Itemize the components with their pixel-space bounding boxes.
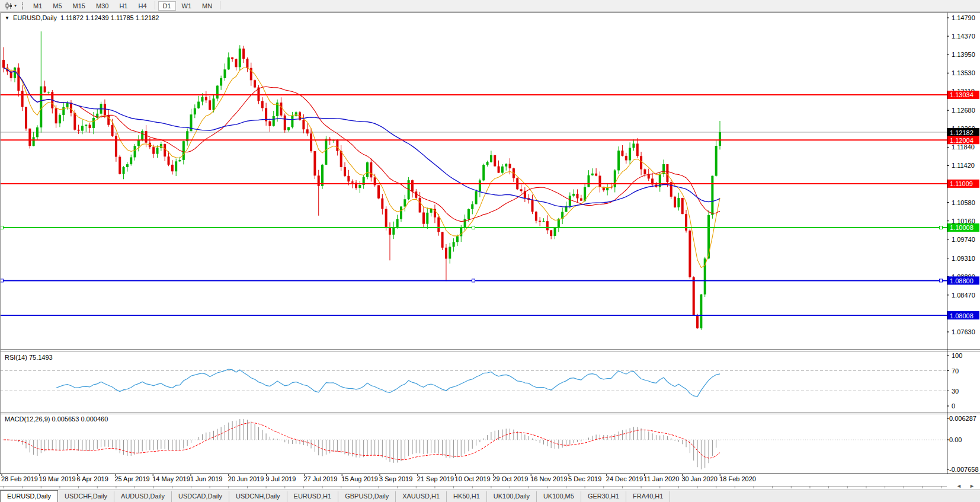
chart-tab-bar: EURUSD,DailyUSDCHF,DailyAUDUSD,DailyUSDC…: [0, 490, 980, 502]
tab-audusd-daily[interactable]: AUDUSD,Daily: [114, 491, 172, 502]
tab-hk50-h1[interactable]: HK50,H1: [447, 491, 487, 502]
date-tick-label: 10 Oct 2019: [455, 475, 491, 482]
price-tick-label: 1.13950: [952, 51, 975, 58]
macd-scale-label: -0.007658: [949, 466, 979, 473]
tab-fra40-h1[interactable]: FRA40,H1: [626, 491, 670, 502]
tab-gbpusd-daily[interactable]: GBPUSD,Daily: [338, 491, 396, 502]
price-tick-label: 1.07630: [952, 328, 975, 335]
date-tick-label: 20 Jun 2019: [228, 475, 264, 482]
price-tick-label: 1.09310: [952, 255, 975, 262]
rsi-indicator-label: RSI(14) 75.1493: [5, 354, 53, 361]
chart-ohlc-values: 1.11872 1.12439 1.11785 1.12182: [60, 14, 159, 21]
tab-uk100-m5[interactable]: UK100,M5: [537, 491, 581, 502]
price-tick-label: 1.08470: [952, 292, 975, 299]
tab-eurusd-h1[interactable]: EURUSD,H1: [287, 491, 339, 502]
price-tick-label: 1.11840: [952, 143, 975, 151]
macd-scale-label: 0.006287: [949, 415, 976, 422]
date-axis: 28 Feb 201919 Mar 20196 Apr 201925 Apr 2…: [0, 474, 947, 488]
line-handle[interactable]: [472, 279, 475, 282]
tab-usdchf-daily[interactable]: USDCHF,Daily: [58, 491, 114, 502]
date-tick-label: 9 Jul 2019: [266, 475, 296, 482]
price-badge-label: 1.12004: [950, 137, 973, 144]
price-tick-label: 1.09740: [952, 236, 975, 243]
price-tick-label: 1.14370: [952, 33, 975, 40]
price-tick-label: 1.10160: [952, 218, 975, 225]
price-tick-label: 1.12680: [952, 107, 975, 114]
price-badge-label: 1.12182: [950, 129, 973, 136]
date-tick-label: 18 Feb 2020: [719, 475, 756, 482]
tab-usdcnh-daily[interactable]: USDCNH,Daily: [229, 491, 287, 502]
date-tick-label: 27 Jul 2019: [303, 475, 337, 482]
ma-line-ma_fast: [4, 68, 720, 267]
ma-line-ma_mid: [4, 68, 720, 221]
price-tick-label: 1.11420: [952, 162, 975, 169]
line-handle[interactable]: [472, 226, 475, 229]
date-tick-label: 21 Sep 2019: [417, 475, 454, 482]
price-badge-label: 1.08008: [950, 312, 973, 319]
moving-averages: [4, 68, 720, 267]
date-tick-label: 15 Aug 2019: [341, 475, 378, 482]
macd-histogram: [4, 419, 720, 469]
scroll-left-arrow[interactable]: ◄: [956, 483, 962, 489]
date-tick-label: 6 Apr 2019: [77, 475, 108, 482]
line-handle[interactable]: [1, 279, 4, 282]
date-tick-label: 11 Jan 2020: [644, 475, 680, 482]
line-handle[interactable]: [1, 226, 4, 229]
line-handle[interactable]: [940, 279, 943, 282]
date-tick-label: 5 Dec 2019: [568, 475, 601, 482]
price-axis: 1.147901.143701.139501.135301.131101.126…: [947, 14, 979, 473]
date-tick-label: 29 Oct 2019: [492, 475, 528, 482]
price-tick-label: 1.14790: [952, 14, 975, 21]
chart-ohlc-header: ▼ EURUSD,Daily 1.11872 1.12439 1.11785 1…: [5, 14, 159, 21]
rsi-scale-label: 70: [952, 367, 959, 375]
rsi-scale-label: 0: [952, 402, 955, 410]
price-tick-label: 1.13530: [952, 69, 975, 76]
scroll-right-arrow[interactable]: ►: [969, 483, 975, 489]
tab-eurusd-daily[interactable]: EURUSD,Daily: [0, 490, 58, 502]
date-tick-label: 30 Jan 2020: [681, 475, 718, 482]
date-tick-label: 25 Apr 2019: [114, 475, 149, 482]
price-badge-label: 1.08800: [950, 277, 973, 284]
collapse-chart-icon[interactable]: ▼: [5, 15, 9, 21]
macd-signal-line: [4, 423, 720, 459]
line-handle[interactable]: [940, 226, 943, 229]
chart-canvas[interactable]: 1.147901.143701.139501.135301.131101.126…: [0, 0, 980, 490]
date-tick-label: 16 Nov 2019: [530, 475, 567, 482]
date-tick-label: 19 Mar 2019: [39, 475, 76, 482]
rsi-line: [56, 369, 720, 397]
date-tick-label: 24 Dec 2019: [606, 475, 643, 482]
date-tick-label: 1 Jun 2019: [190, 475, 222, 482]
chart-symbol-period: EURUSD,Daily: [13, 14, 57, 21]
tab-usdcad-daily[interactable]: USDCAD,Daily: [172, 491, 229, 502]
tab-uk100-daily[interactable]: UK100,Daily: [487, 491, 537, 502]
rsi-scale-label: 30: [952, 388, 959, 395]
date-tick-label: 28 Feb 2019: [1, 475, 38, 482]
tab-ger30-h1[interactable]: GER30,H1: [581, 491, 626, 502]
price-badge-label: 1.10008: [950, 224, 973, 231]
tab-xauusd-h1[interactable]: XAUUSD,H1: [396, 491, 447, 502]
price-tick-label: 1.10580: [952, 199, 975, 206]
date-tick-label: 14 May 2019: [152, 475, 190, 482]
price-badge-label: 1.11009: [950, 180, 973, 187]
candlesticks: [2, 31, 721, 330]
date-tick-label: 3 Sep 2019: [379, 475, 412, 482]
price-badge-label: 1.13034: [950, 91, 973, 98]
macd-indicator-label: MACD(12,26,9) 0.005653 0.000460: [5, 415, 108, 423]
rsi-scale-label: 100: [952, 352, 962, 359]
mt4-chart-window: ▾ M1M5M15M30H1H4D1W1MN 1.147901.143701.1…: [0, 0, 980, 502]
macd-scale-label: 0.00: [949, 436, 962, 443]
